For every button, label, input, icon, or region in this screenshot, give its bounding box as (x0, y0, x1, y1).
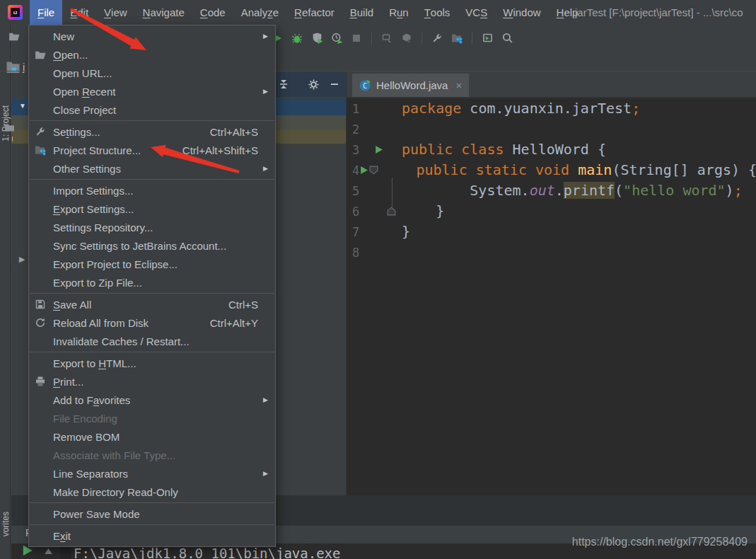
menu-item-settings-repository[interactable]: Settings Repository... (29, 218, 275, 236)
code-text: System.out.printf("hello word"); (399, 180, 743, 201)
menu-item-export-settings[interactable]: Export Settings... (29, 200, 275, 218)
code-line-6[interactable]: 6 } (347, 201, 756, 221)
code-editor[interactable]: 1package com.yuanxin.jarTest;23public cl… (347, 98, 756, 495)
line-number: 8 (347, 246, 371, 260)
search-everywhere-icon[interactable] (500, 31, 514, 45)
menu-item-label: File Encoding (53, 413, 261, 425)
menubar-item-tools[interactable]: Tools (417, 0, 458, 25)
submenu-arrow-icon: ▶ (261, 470, 268, 477)
run-anything-icon[interactable] (480, 31, 494, 45)
menu-separator (30, 120, 274, 121)
menu-item-line-separators[interactable]: Line Separators▶ (29, 464, 275, 483)
menu-item-other-settings[interactable]: Other Settings▶ (29, 159, 275, 178)
menubar-item-vcs[interactable]: VCS (458, 0, 495, 25)
settings-gear-icon[interactable] (307, 78, 320, 91)
menubar-item-navigate[interactable]: Navigate (135, 0, 192, 25)
menu-item-sync-settings-to-jetbrains-account[interactable]: Sync Settings to JetBrains Account... (29, 236, 275, 255)
gutter-space (386, 103, 399, 115)
collapse-all-icon[interactable] (277, 78, 290, 91)
code-line-3[interactable]: 3public class HelloWord { (347, 139, 756, 160)
code-text: package com.yuanxin.jarTest; (399, 98, 640, 119)
run-gutter-icon[interactable] (359, 165, 368, 176)
menubar-item-edit[interactable]: Edit (62, 0, 96, 25)
code-line-5[interactable]: 5 System.out.printf("hello word"); (347, 180, 756, 201)
menu-item-print[interactable]: Print... (29, 372, 275, 391)
watermark-url: https://blog.csdn.net/gxl779258409 (572, 536, 748, 548)
editor-tab-bar: C HelloWord.java × (347, 71, 756, 98)
tool-window-button-favorites[interactable]: vorites (0, 495, 11, 553)
menu-item-settings[interactable]: Settings...Ctrl+Alt+S (29, 122, 275, 141)
build-artifact-icon[interactable] (400, 31, 414, 45)
menu-item-label: Open... (53, 49, 261, 61)
submenu-arrow-icon: ▶ (261, 165, 268, 172)
menu-item-label: Export Project to Eclipse... (53, 258, 261, 270)
window-title: jarTest [F:\project\jarTest] - ...\src\c… (575, 0, 756, 25)
collapse-up-icon[interactable] (44, 547, 53, 555)
menu-item-label: Open URL... (53, 67, 261, 79)
run-gutter-icon[interactable] (371, 144, 386, 156)
menu-item-import-settings[interactable]: Import Settings... (29, 181, 275, 200)
line-number: 3 (347, 143, 371, 157)
menu-item-reload-all-from-disk[interactable]: Reload All from DiskCtrl+Alt+Y (29, 313, 275, 332)
code-line-4[interactable]: 4 public static void main(String[] args)… (347, 160, 756, 180)
gutter-space (371, 103, 386, 115)
menu-item-label: Open Recent (53, 86, 261, 98)
menu-item-close-project[interactable]: Close Project (29, 100, 275, 119)
open-folder-icon[interactable] (8, 31, 21, 42)
gutter-space (371, 124, 386, 135)
profiler-icon[interactable] (330, 31, 344, 45)
gutter-space (371, 185, 386, 197)
code-line-7[interactable]: 7} (347, 221, 756, 242)
menu-item-exit[interactable]: Exit (29, 526, 275, 545)
menubar-item-file[interactable]: File (30, 0, 62, 25)
code-line-2[interactable]: 2 (347, 119, 756, 139)
run-with-coverage-icon[interactable] (310, 31, 324, 45)
menu-item-shortcut: Ctrl+S (228, 299, 258, 311)
menu-item-label: Associate with File Type... (53, 449, 261, 461)
title-bar: IJ FileEditViewNavigateCodeAnalyzeRefact… (0, 0, 756, 25)
menubar-item-code[interactable]: Code (192, 0, 233, 25)
fold-marker-icon[interactable] (368, 165, 379, 176)
menu-item-shortcut: Ctrl+Alt+Shift+S (182, 144, 258, 156)
tab-helloword-java[interactable]: C HelloWord.java × (352, 74, 469, 97)
menu-item-open[interactable]: Open... (29, 45, 275, 64)
code-line-1[interactable]: 1package com.yuanxin.jarTest; (347, 98, 756, 119)
code-line-8[interactable]: 8 (347, 242, 756, 263)
menu-item-open-url[interactable]: Open URL... (29, 64, 275, 82)
menu-item-power-save-mode[interactable]: Power Save Mode (29, 505, 275, 523)
menubar-item-refactor[interactable]: Refactor (286, 0, 342, 25)
menubar-item-analyze[interactable]: Analyze (233, 0, 286, 25)
menu-item-file-encoding: File Encoding (29, 409, 275, 427)
code-text: } (399, 201, 444, 221)
menu-item-label: Save All (53, 299, 228, 311)
menu-item-new[interactable]: New▶ (29, 27, 275, 45)
settings-wrench-icon[interactable] (430, 31, 444, 45)
close-icon[interactable]: × (455, 79, 462, 91)
gutter-space (386, 226, 399, 238)
chevron-down-icon[interactable]: ▼ (19, 102, 26, 110)
project-structure-icon[interactable] (450, 31, 464, 45)
stop-icon[interactable] (349, 31, 364, 45)
attach-debugger-icon[interactable] (380, 31, 394, 45)
menu-item-invalidate-caches-restart[interactable]: Invalidate Caches / Restart... (29, 332, 275, 350)
menu-item-project-structure[interactable]: Project Structure...Ctrl+Alt+Shift+S (29, 141, 275, 159)
menubar-item-run[interactable]: Run (381, 0, 417, 25)
menubar-item-build[interactable]: Build (342, 0, 381, 25)
code-text: public static void main(String[] args) { (379, 160, 756, 180)
menu-item-export-to-html[interactable]: Export to HTML... (29, 354, 275, 372)
chevron-right-icon[interactable]: ▶ (19, 255, 25, 264)
fold-marker-icon[interactable] (386, 206, 399, 217)
menu-item-save-all[interactable]: Save AllCtrl+S (29, 295, 275, 313)
menu-item-remove-bom[interactable]: Remove BOM (29, 427, 275, 446)
menu-item-export-project-to-eclipse[interactable]: Export Project to Eclipse... (29, 255, 275, 273)
svg-text:C: C (363, 82, 367, 90)
menu-item-export-to-zip-file[interactable]: Export to Zip File... (29, 273, 275, 292)
hide-icon[interactable] (328, 78, 341, 91)
debug-icon[interactable] (290, 31, 304, 45)
menu-item-open-recent[interactable]: Open Recent▶ (29, 82, 275, 100)
menu-item-add-to-favorites[interactable]: Add to Favorites▶ (29, 391, 275, 409)
line-number: 4 (347, 163, 359, 178)
menubar-item-window[interactable]: Window (495, 0, 548, 25)
menubar-item-view[interactable]: View (96, 0, 135, 25)
menu-item-make-directory-read-only[interactable]: Make Directory Read-Only (29, 483, 275, 501)
